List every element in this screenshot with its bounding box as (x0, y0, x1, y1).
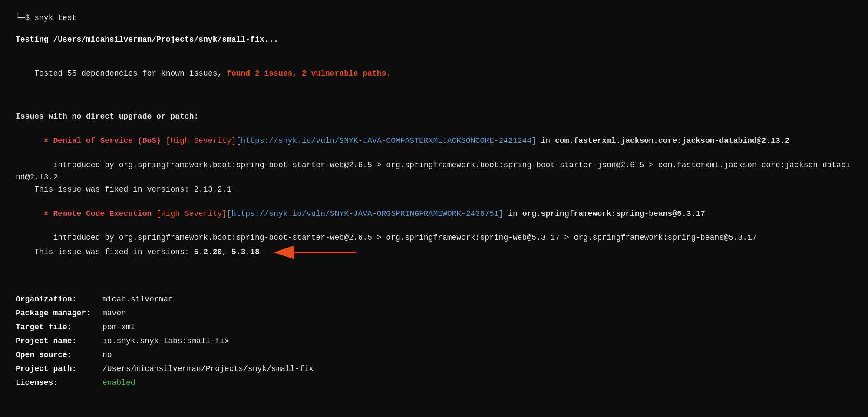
vuln2-fixed-line: This issue was fixed in versions: 5.2.20… (16, 244, 852, 261)
vuln2-link: [https://snyk.io/vuln/SNYK-JAVA-ORGSPRIN… (227, 209, 503, 218)
vuln1-prefix: × Denial of Service (DoS) (34, 136, 165, 145)
summary-line: Tested 55 dependencies for known issues,… (16, 56, 852, 92)
vuln2-severity: [High Severity] (156, 209, 227, 218)
vuln2-package: org.springframework:spring-beans@5.3.17 (522, 209, 705, 218)
org-value: micah.silverman (102, 294, 852, 306)
org-label: Organization: (16, 294, 102, 306)
vuln1-link: [https://snyk.io/vuln/SNYK-JAVA-COMFASTE… (236, 136, 536, 145)
summary-found: found (227, 69, 250, 78)
vuln2-fixed-versions: 5.2.20, 5.3.18 (194, 246, 259, 258)
vuln2-intro: introduced by org.springframework.boot:s… (16, 232, 852, 244)
project-label: Project name: (16, 335, 102, 348)
opensource-label: Open source: (16, 349, 102, 361)
licenses-value: enabled (102, 377, 852, 389)
vuln1-fixed: This issue was fixed in versions: 2.13.2… (16, 184, 852, 196)
summary-suffix: 2 issues, 2 vulnerable paths. (250, 69, 391, 78)
target-value: pom.xml (102, 321, 852, 334)
issues-header: Issues with no direct upgrade or patch: (16, 111, 852, 123)
pkg-value: maven (102, 308, 852, 320)
project-value: io.snyk.snyk-labs:small-fix (102, 335, 852, 348)
vuln1-severity: [High Severity] (166, 136, 236, 145)
terminal-window: └─$ snyk test Testing /Users/micahsilver… (0, 0, 868, 401)
path-label: Project path: (16, 363, 102, 375)
summary-prefix: Tested 55 dependencies for known issues, (34, 69, 227, 78)
path-value: /Users/micahsilverman/Projects/snyk/smal… (102, 363, 852, 375)
pkg-label: Package manager: (16, 308, 102, 320)
opensource-value: no (102, 349, 852, 361)
testing-line: Testing /Users/micahsilverman/Projects/s… (16, 34, 852, 46)
info-table: Organization: micah.silverman Package ma… (16, 294, 852, 389)
vuln2-title: × Remote Code Execution [High Severity][… (16, 196, 852, 232)
prompt-line: └─$ snyk test (16, 12, 852, 24)
vuln2-prefix: × Remote Code Execution (34, 209, 156, 218)
vuln2-fixed-prefix: This issue was fixed in versions: (16, 246, 194, 258)
vuln1-package: com.fasterxml.jackson.core:jackson-datab… (555, 136, 789, 145)
vuln1-intro: introduced by org.springframework.boot:s… (16, 159, 852, 184)
vuln1-middle: in (536, 136, 555, 145)
annotation-arrow (265, 244, 360, 261)
vuln2-middle: in (503, 209, 522, 218)
licenses-label: Licenses: (16, 377, 102, 389)
target-label: Target file: (16, 321, 102, 334)
vuln1-title: × Denial of Service (DoS) [High Severity… (16, 123, 852, 159)
